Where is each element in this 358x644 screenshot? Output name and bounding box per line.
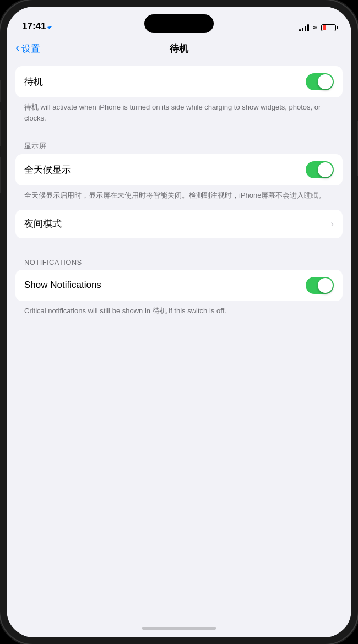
phone-frame: 17:41 ≈	[0, 0, 358, 644]
standby-group: 待机	[15, 66, 343, 97]
night-mode-label: 夜间模式	[24, 217, 62, 230]
night-mode-chevron-icon: ›	[330, 219, 334, 230]
standby-toggle-knob	[318, 74, 333, 89]
show-notifications-toggle-knob	[318, 278, 333, 293]
always-on-row: 全天候显示	[15, 154, 343, 185]
settings-content: 待机 待机 will activate when iPhone is turne…	[7, 61, 351, 619]
standby-description: 待机 will activate when iPhone is turned o…	[15, 97, 343, 132]
silent-switch	[0, 80, 1, 102]
back-chevron-icon: ‹	[15, 42, 19, 54]
page-title: 待机	[170, 42, 188, 55]
time-display: 17:41	[22, 21, 46, 32]
standby-toggle[interactable]	[306, 73, 334, 90]
standby-row: 待机	[15, 66, 343, 97]
location-icon	[47, 21, 51, 32]
display-section-label: 显示屏	[15, 132, 343, 154]
status-icons: ≈	[299, 23, 336, 32]
mid-spacer	[15, 238, 343, 249]
signal-bar-4	[307, 24, 309, 31]
signal-bar-3	[305, 26, 306, 31]
always-on-description: 全天候显示启用时，显示屏在未使用时将智能关闭。检测到注视时，iPhone屏幕不会…	[15, 185, 343, 210]
signal-bars	[299, 24, 309, 31]
back-button[interactable]: ‹ 设置	[15, 42, 40, 55]
notifications-section-label: NOTIFICATIONS	[15, 249, 343, 270]
show-notifications-label: Show Notifications	[24, 280, 101, 291]
show-notifications-toggle[interactable]	[306, 277, 334, 294]
notifications-group: Show Notifications	[15, 270, 343, 301]
battery-fill	[323, 25, 327, 30]
home-indicator	[7, 619, 351, 637]
battery-icon	[321, 24, 336, 31]
back-label: 设置	[21, 42, 40, 55]
status-time: 17:41	[22, 21, 51, 32]
volume-up-button	[0, 110, 1, 146]
dynamic-island	[144, 14, 214, 33]
signal-bar-2	[302, 28, 303, 31]
night-mode-section: 夜间模式 ›	[15, 210, 343, 238]
night-mode-row[interactable]: 夜间模式 ›	[15, 210, 343, 238]
top-spacer	[15, 61, 343, 66]
home-bar	[142, 627, 216, 630]
always-on-toggle[interactable]	[306, 161, 334, 178]
signal-bar-1	[299, 29, 301, 31]
notifications-description: Critical notifications will still be sho…	[15, 301, 343, 325]
always-on-toggle-knob	[318, 162, 333, 177]
wifi-icon: ≈	[313, 23, 317, 32]
display-group: 全天候显示	[15, 154, 343, 185]
display-section: 全天候显示 全天候显示启用时，显示屏在未使用时将智能关闭。检测到注视时，iPho…	[15, 154, 343, 210]
always-on-label: 全天候显示	[24, 163, 71, 176]
nav-bar: ‹ 设置 待机	[7, 36, 351, 61]
night-mode-group: 夜间模式 ›	[15, 210, 343, 238]
phone-screen: 17:41 ≈	[7, 7, 351, 637]
show-notifications-row: Show Notifications	[15, 270, 343, 301]
notifications-section: Show Notifications Critical notification…	[15, 270, 343, 325]
standby-section: 待机 待机 will activate when iPhone is turne…	[15, 66, 343, 132]
volume-down-button	[0, 157, 1, 193]
standby-label: 待机	[24, 75, 43, 88]
